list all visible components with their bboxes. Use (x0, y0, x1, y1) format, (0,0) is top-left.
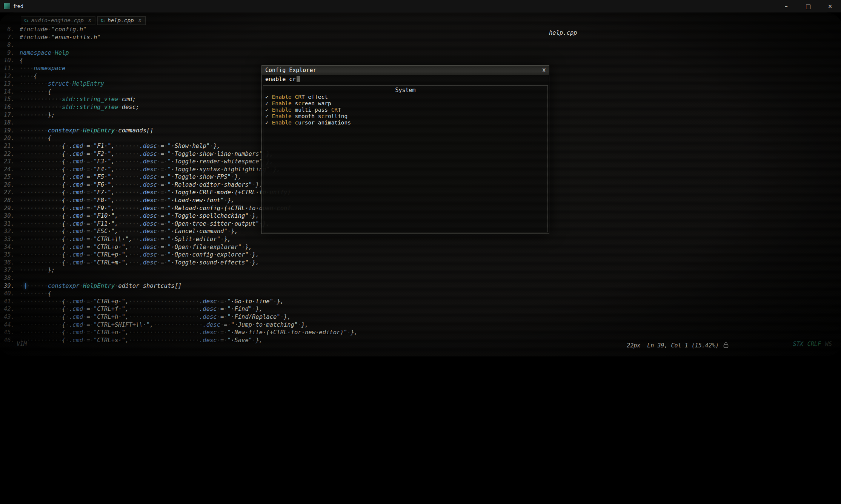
code-token: · (83, 166, 86, 173)
line-number: 36. (0, 259, 20, 267)
line-number: 24. (0, 166, 20, 174)
code-line[interactable]: 6.#include·"config.h" (0, 26, 841, 34)
option-text: een warp (305, 100, 331, 106)
code-line[interactable]: 39.········constexpr·HelpEntry·editor_sh… (0, 282, 841, 290)
code-token: commands (118, 127, 146, 134)
code-token: ············ (20, 158, 62, 165)
code-token: · (83, 228, 86, 235)
code-token: · (83, 197, 86, 204)
code-line[interactable]: 37.········}; (0, 266, 841, 274)
code-token: }, (252, 212, 259, 219)
code-line[interactable]: 10.{ (0, 57, 841, 65)
code-token: · (83, 205, 86, 212)
code-token: .cmd (69, 321, 83, 328)
code-token: · (157, 189, 160, 196)
code-token: ······ (118, 212, 139, 219)
code-token: = (160, 151, 164, 157)
code-token: .cmd (69, 251, 83, 258)
code-line[interactable]: 42.············{·.cmd·=·"CTRL+f·",······… (0, 305, 841, 313)
close-button[interactable]: × (819, 0, 841, 12)
line-number: 35. (0, 251, 20, 259)
config-search-input[interactable]: enable cr (262, 75, 549, 84)
fuzzy-match-text: Enable (272, 94, 291, 100)
code-line[interactable]: 34.············{·.cmd·=·"CTRL+o·",···.de… (0, 243, 841, 251)
code-token: ··· (129, 259, 139, 266)
maximize-button[interactable]: □ (797, 0, 819, 12)
code-line[interactable]: 9.namespace·Help (0, 49, 841, 57)
tab-close-icon[interactable]: X (88, 18, 91, 23)
code-token: "·Open·config·explorer" (168, 251, 249, 258)
code-token: · (65, 313, 69, 320)
code-token: , (125, 298, 129, 305)
config-option[interactable]: ✓ Enable multi-pass CRT (263, 107, 547, 113)
code-token: · (65, 189, 69, 196)
tab-close-icon[interactable]: X (138, 18, 141, 23)
code-token: .desc (139, 151, 157, 157)
code-line[interactable]: 38. (0, 274, 841, 282)
config-option[interactable]: ✓ Enable CRT effect (263, 94, 547, 100)
code-token: , (111, 166, 115, 173)
minimize-button[interactable]: – (775, 0, 797, 12)
code-line[interactable]: 41.············{·.cmd·=·"CTRL+g·",······… (0, 298, 841, 306)
code-token: · (157, 259, 160, 266)
config-option[interactable]: ✓ Enable screen warp (263, 100, 547, 107)
code-token: "F3·" (94, 158, 111, 165)
code-token: , (111, 158, 115, 165)
code-token: { (62, 205, 65, 212)
code-token: }, (228, 197, 235, 204)
line-number: 39. (0, 282, 20, 290)
code-token: · (65, 236, 69, 243)
code-line[interactable]: 40.········{ (0, 290, 841, 298)
code-line[interactable]: 35.············{·.cmd·=·"CTRL+p·",···.de… (0, 251, 841, 259)
popup-close-icon[interactable]: X (543, 67, 546, 73)
code-line[interactable]: 8. (0, 41, 841, 49)
code-token: , (125, 313, 129, 320)
code-token: [] (146, 127, 154, 134)
code-token: .desc (139, 259, 157, 266)
code-token: .desc (139, 143, 157, 149)
code-line[interactable]: 45.············{·.cmd·=·"CTRL+n·",······… (0, 329, 841, 337)
code-token: ············ (20, 181, 62, 188)
tab-help-cpp[interactable]: C+ help.cpp X (97, 16, 146, 25)
code-token: "F5·" (94, 174, 111, 180)
code-token: ········ (20, 283, 48, 289)
code-line[interactable]: 7.#include·"enum-utils.h" (0, 34, 841, 41)
config-option[interactable]: ✓ Enable cursor animations (263, 120, 547, 126)
code-token: }, (234, 174, 241, 180)
code-token: = (86, 306, 90, 312)
code-token: { (62, 189, 65, 196)
code-token: , (115, 228, 118, 235)
line-number: 40. (0, 290, 20, 298)
code-token: = (86, 251, 90, 258)
code-token: }, (301, 321, 309, 328)
code-line[interactable]: 36.············{·.cmd·=·"CTRL+m·",···.de… (0, 259, 841, 267)
code-token: { (62, 259, 65, 266)
code-token: ···················· (129, 313, 199, 320)
code-token: · (90, 321, 94, 328)
code-token: "CTRL+p·" (94, 251, 125, 258)
option-text (292, 94, 295, 100)
code-line[interactable]: 33.············{·.cmd·=·"CTRL+\\·",··.de… (0, 235, 841, 243)
code-token: { (62, 251, 65, 258)
code-token: · (118, 96, 121, 103)
code-token: = (220, 337, 224, 344)
code-line[interactable]: 44.············{·.cmd·=·"CTRL+SHIFT+\\·"… (0, 321, 841, 329)
code-token: "·Toggle·show·FPS" (168, 174, 231, 180)
code-token: }; (48, 267, 55, 274)
tab-audio-engine-cpp[interactable]: C+ audio-engine.cpp X (21, 16, 95, 25)
line-number: 14. (0, 88, 20, 96)
code-token: · (65, 158, 69, 165)
code-token: cmd (122, 96, 132, 103)
code-token: "·Cancel·command" (168, 228, 228, 235)
code-line[interactable]: 43.············{·.cmd·=·"CTRL+h·",······… (0, 313, 841, 321)
code-token: = (160, 251, 164, 258)
code-token: · (48, 34, 51, 41)
code-token: ········ (20, 127, 48, 134)
option-text: multi-pass (292, 107, 331, 113)
code-token: · (210, 143, 213, 149)
code-token: · (90, 151, 94, 157)
config-option[interactable]: ✓ Enable smooth scrolling (263, 113, 547, 120)
code-token: .desc (139, 174, 157, 180)
code-token: "ESC·" (94, 228, 115, 235)
code-token: "CTRL+SHIFT+\\·" (94, 321, 150, 328)
